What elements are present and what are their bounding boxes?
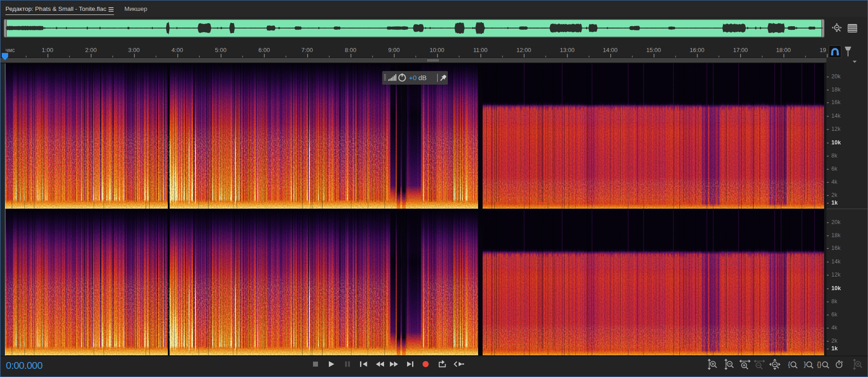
svg-text:{: { [788,360,790,368]
svg-text:{}: {} [817,360,821,368]
svg-text:}: } [804,360,806,368]
svg-text:+0: +0 [409,74,417,81]
svg-text:dB: dB [418,74,427,81]
